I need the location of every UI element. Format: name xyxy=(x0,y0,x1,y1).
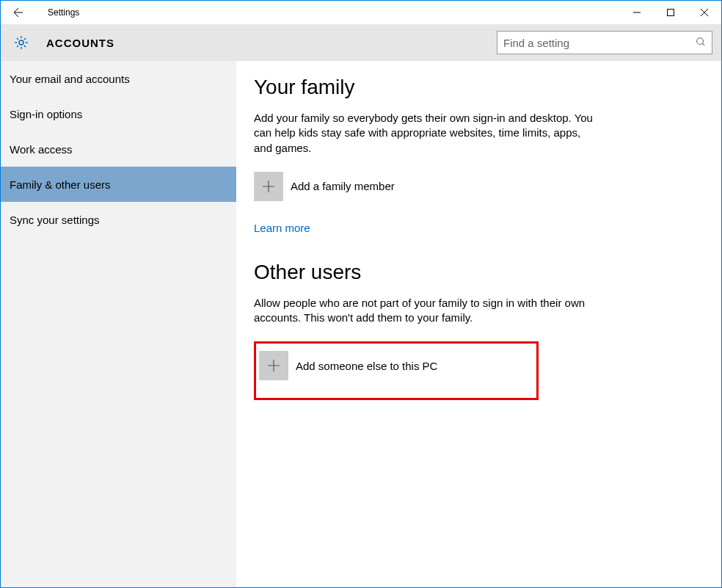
sidebar-item-label: Your email and accounts xyxy=(10,73,130,85)
header-band: ACCOUNTS xyxy=(1,24,721,61)
main-panel: Your family Add your family so everybody… xyxy=(236,61,721,587)
family-section-description: Add your family so everybody gets their … xyxy=(254,111,599,156)
svg-rect-0 xyxy=(668,10,674,16)
other-users-section-title: Other users xyxy=(254,261,721,284)
search-container xyxy=(497,31,712,54)
other-users-section-description: Allow people who are not part of your fa… xyxy=(254,296,599,326)
sidebar-item-label: Family & other users xyxy=(10,178,111,191)
plus-icon xyxy=(266,358,281,373)
svg-point-1 xyxy=(19,40,23,45)
learn-more-link[interactable]: Learn more xyxy=(254,222,310,234)
sidebar-item-label: Work access xyxy=(10,143,73,156)
category-title: ACCOUNTS xyxy=(46,37,114,49)
sidebar-item-label: Sign-in options xyxy=(10,108,82,120)
add-someone-else-label: Add someone else to this PC xyxy=(296,360,437,372)
sidebar-item-signin-options[interactable]: Sign-in options xyxy=(1,96,236,131)
add-someone-else-button[interactable]: Add someone else to this PC xyxy=(259,351,533,380)
sidebar-item-sync-settings[interactable]: Sync your settings xyxy=(1,202,236,237)
title-bar: Settings xyxy=(1,1,721,24)
sidebar-item-family-other-users[interactable]: Family & other users xyxy=(1,167,236,202)
add-family-member-button[interactable]: Add a family member xyxy=(254,172,721,201)
search-icon xyxy=(696,37,706,49)
highlight-annotation: Add someone else to this PC xyxy=(254,341,539,400)
window-controls xyxy=(620,1,721,24)
sidebar: Your email and accounts Sign-in options … xyxy=(1,61,236,587)
search-input[interactable] xyxy=(503,37,696,49)
sidebar-item-work-access[interactable]: Work access xyxy=(1,131,236,167)
minimize-icon xyxy=(633,9,641,16)
minimize-button[interactable] xyxy=(620,1,654,24)
gear-icon xyxy=(13,35,29,51)
window-title: Settings xyxy=(48,7,79,18)
settings-gear-icon[interactable] xyxy=(10,35,33,51)
back-arrow-icon xyxy=(12,7,24,18)
plus-icon-box xyxy=(254,172,283,201)
plus-icon xyxy=(261,179,276,194)
family-section-title: Your family xyxy=(254,76,721,99)
close-icon xyxy=(701,9,708,16)
sidebar-item-email-accounts[interactable]: Your email and accounts xyxy=(1,61,236,96)
close-button[interactable] xyxy=(688,1,721,24)
back-button[interactable] xyxy=(7,1,30,24)
maximize-icon xyxy=(667,9,674,16)
sidebar-item-label: Sync your settings xyxy=(10,214,100,226)
plus-icon-box xyxy=(259,351,288,380)
search-box[interactable] xyxy=(497,31,712,54)
add-family-label: Add a family member xyxy=(291,180,395,192)
content-area: Your email and accounts Sign-in options … xyxy=(1,61,721,587)
maximize-button[interactable] xyxy=(654,1,688,24)
